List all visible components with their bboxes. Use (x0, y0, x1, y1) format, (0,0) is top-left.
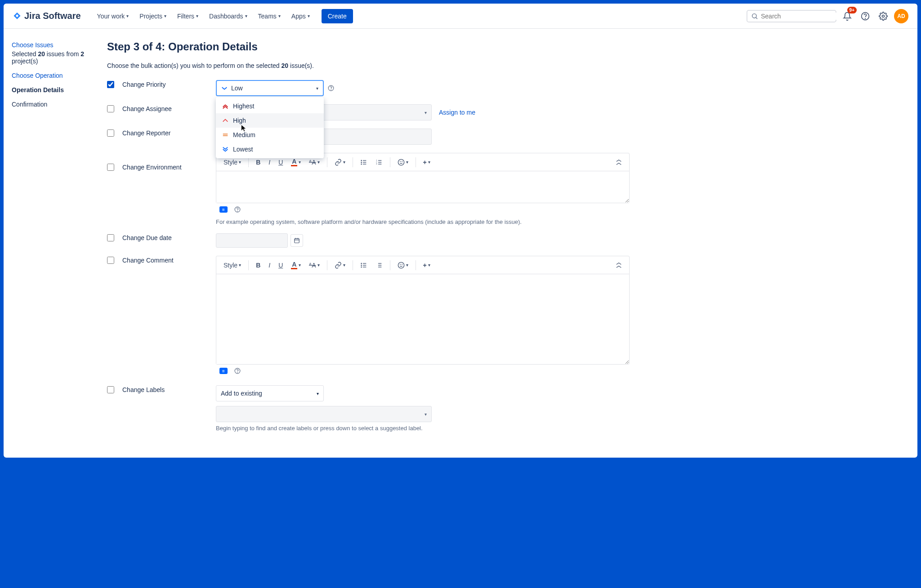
nav-dashboards[interactable]: Dashboards▾ (205, 10, 252, 22)
priority-option-medium[interactable]: Medium (216, 128, 324, 142)
product-name: Jira Software (24, 11, 81, 21)
checkbox-change-duedate[interactable] (107, 234, 114, 241)
toolbar-collapse[interactable] (613, 260, 625, 270)
toolbar-emoji[interactable]: ▾ (395, 260, 411, 271)
row-change-labels: Change Labels Add to existing ▾ ▾ Begin … (107, 385, 903, 432)
toolbar-collapse[interactable] (613, 157, 625, 167)
svg-point-3 (865, 18, 866, 18)
search-box[interactable] (747, 10, 836, 22)
wiki-markup-icon[interactable]: ≡ (219, 206, 228, 213)
priority-high-icon (222, 117, 228, 124)
checkbox-change-environment[interactable] (107, 164, 114, 171)
toolbar-style[interactable]: Style▾ (221, 157, 244, 168)
environment-textarea[interactable] (216, 171, 629, 203)
toolbar-insert[interactable]: +▾ (420, 157, 433, 168)
chevron-down-icon: ▾ (196, 13, 198, 18)
svg-point-30 (361, 263, 362, 263)
labels-value-select[interactable]: ▾ (216, 406, 432, 422)
priority-option-highest[interactable]: Highest (216, 99, 324, 113)
checkbox-change-labels[interactable] (107, 386, 114, 393)
editor-toolbar: Style▾ B I U A▾ ᴬA▾ ▾ (216, 256, 629, 274)
toolbar-insert[interactable]: +▾ (420, 260, 433, 271)
avatar[interactable]: AD (894, 9, 908, 23)
toolbar-underline[interactable]: U (276, 157, 286, 168)
notifications-button[interactable]: 9+ (840, 9, 854, 23)
sidebar-step1-subtitle: Selected 20 issues from 2 project(s) (12, 50, 98, 65)
row-change-duedate: Change Due date (107, 233, 903, 248)
svg-point-13 (361, 164, 362, 164)
checkbox-change-priority[interactable] (107, 81, 114, 88)
svg-point-43 (237, 372, 238, 373)
priority-select[interactable]: Low ▾ (216, 80, 324, 96)
toolbar-text-color[interactable]: A▾ (288, 259, 304, 271)
chevron-down-icon: ▾ (317, 391, 319, 396)
priority-highest-icon (222, 103, 228, 109)
duedate-input[interactable] (216, 233, 288, 248)
sidebar-step-choose-issues[interactable]: Choose Issues (12, 41, 98, 49)
nav-teams[interactable]: Teams▾ (254, 10, 285, 22)
main-content: Step 3 of 4: Operation Details Choose th… (98, 29, 917, 458)
wiki-markup-icon[interactable]: ≡ (219, 368, 228, 374)
svg-point-0 (752, 13, 756, 18)
labels-mode-select[interactable]: Add to existing ▾ (216, 385, 324, 401)
help-button[interactable] (858, 9, 872, 23)
toolbar-bold[interactable]: B (253, 157, 263, 168)
priority-selected-value: Low (231, 85, 243, 92)
search-input[interactable] (761, 13, 840, 20)
help-icon[interactable] (327, 85, 335, 92)
toolbar-number-list[interactable]: 123 (373, 157, 385, 168)
priority-lowest-icon (222, 146, 228, 152)
label-change-duedate: Change Due date (122, 233, 216, 241)
checkbox-change-comment[interactable] (107, 257, 114, 264)
toolbar-link[interactable]: ▾ (332, 157, 348, 168)
create-button[interactable]: Create (322, 9, 353, 23)
priority-low-icon (221, 85, 228, 91)
label-change-priority: Change Priority (122, 80, 216, 88)
svg-point-22 (400, 161, 400, 161)
priority-option-lowest[interactable]: Lowest (216, 142, 324, 156)
checkbox-change-assignee[interactable] (107, 105, 114, 112)
nav-apps[interactable]: Apps▾ (287, 10, 314, 22)
nav-projects[interactable]: Projects▾ (135, 10, 171, 22)
sidebar-step-choose-operation[interactable]: Choose Operation (12, 72, 98, 79)
environment-editor: Style▾ B I U A▾ ᴬA▾ ▾ 123 (216, 153, 630, 203)
toolbar-italic[interactable]: I (266, 157, 273, 168)
chevron-down-icon: ▾ (278, 13, 281, 18)
nav-your-work[interactable]: Your work▾ (93, 10, 134, 22)
toolbar-bullet-list[interactable] (358, 260, 370, 271)
svg-rect-26 (295, 239, 300, 243)
calendar-button[interactable] (291, 234, 303, 247)
help-icon[interactable] (234, 206, 241, 213)
help-icon[interactable] (234, 367, 241, 374)
toolbar-emoji[interactable]: ▾ (395, 157, 411, 168)
top-nav: Jira Software Your work▾ Projects▾ Filte… (4, 4, 917, 29)
chevron-down-icon: ▾ (164, 13, 166, 18)
app-window: Jira Software Your work▾ Projects▾ Filte… (4, 4, 917, 458)
toolbar-bold[interactable]: B (253, 260, 263, 271)
toolbar-clear-format[interactable]: ᴬA▾ (306, 260, 322, 271)
product-logo[interactable]: Jira Software (13, 11, 81, 21)
chevron-down-icon: ▾ (245, 13, 247, 18)
toolbar-bullet-list[interactable] (358, 157, 370, 168)
svg-point-34 (361, 267, 362, 267)
svg-point-23 (402, 161, 402, 161)
assign-to-me-link[interactable]: Assign to me (439, 109, 475, 116)
settings-button[interactable] (876, 9, 890, 23)
toolbar-style[interactable]: Style▾ (221, 260, 244, 271)
environment-hint: For example operating system, software p… (216, 218, 630, 225)
toolbar-underline[interactable]: U (276, 260, 286, 271)
nav-filters[interactable]: Filters▾ (173, 10, 203, 22)
label-change-assignee: Change Assignee (122, 104, 216, 112)
toolbar-italic[interactable]: I (266, 260, 273, 271)
page-description: Choose the bulk action(s) you wish to pe… (107, 62, 903, 69)
toolbar-number-list[interactable] (373, 260, 385, 271)
toolbar-clear-format[interactable]: ᴬA▾ (306, 157, 322, 168)
svg-point-25 (237, 211, 238, 211)
priority-option-high[interactable]: High (216, 113, 324, 128)
checkbox-change-reporter[interactable] (107, 129, 114, 137)
chevron-down-icon: ▾ (308, 13, 310, 18)
chevron-down-icon: ▾ (425, 412, 427, 417)
comment-textarea[interactable] (216, 274, 629, 364)
toolbar-link[interactable]: ▾ (332, 260, 348, 271)
label-change-environment: Change Environment (122, 153, 216, 171)
